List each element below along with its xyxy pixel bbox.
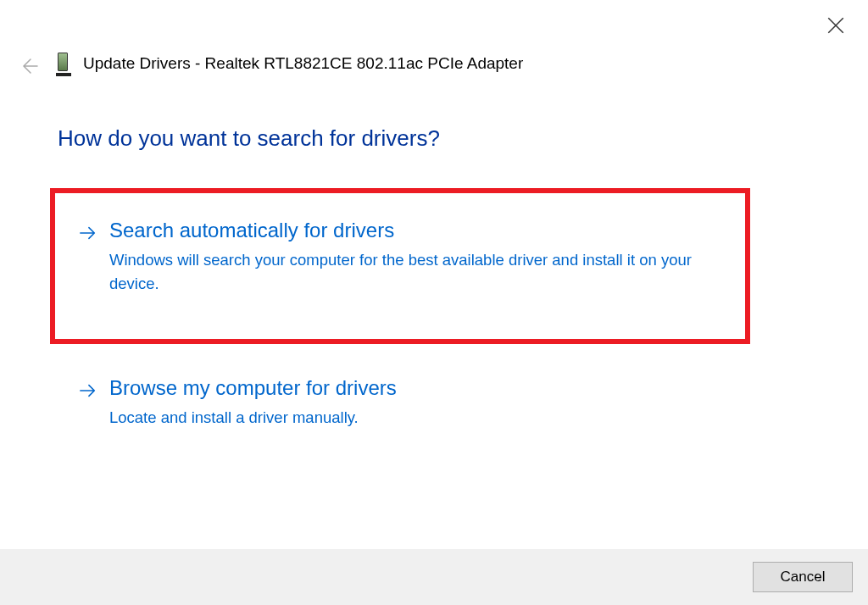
search-automatically-option[interactable]: Search automatically for drivers Windows… bbox=[64, 219, 750, 297]
close-icon[interactable] bbox=[827, 17, 844, 34]
dialog-title-row: Update Drivers - Realtek RTL8821CE 802.1… bbox=[58, 53, 523, 75]
page-heading: How do you want to search for drivers? bbox=[58, 125, 440, 152]
dialog-title: Update Drivers - Realtek RTL8821CE 802.1… bbox=[83, 54, 523, 73]
option-title: Search automatically for drivers bbox=[109, 219, 720, 243]
arrow-right-icon bbox=[79, 224, 101, 297]
cancel-button[interactable]: Cancel bbox=[753, 562, 853, 592]
option-description: Locate and install a driver manually. bbox=[109, 406, 397, 430]
back-arrow-icon[interactable] bbox=[19, 56, 39, 76]
dialog-footer: Cancel bbox=[0, 549, 868, 605]
option-description: Windows will search your computer for th… bbox=[109, 248, 720, 297]
arrow-right-icon bbox=[79, 381, 101, 430]
browse-my-computer-option[interactable]: Browse my computer for drivers Locate an… bbox=[64, 376, 750, 430]
device-tower-icon bbox=[58, 53, 70, 75]
option-title: Browse my computer for drivers bbox=[109, 376, 397, 401]
